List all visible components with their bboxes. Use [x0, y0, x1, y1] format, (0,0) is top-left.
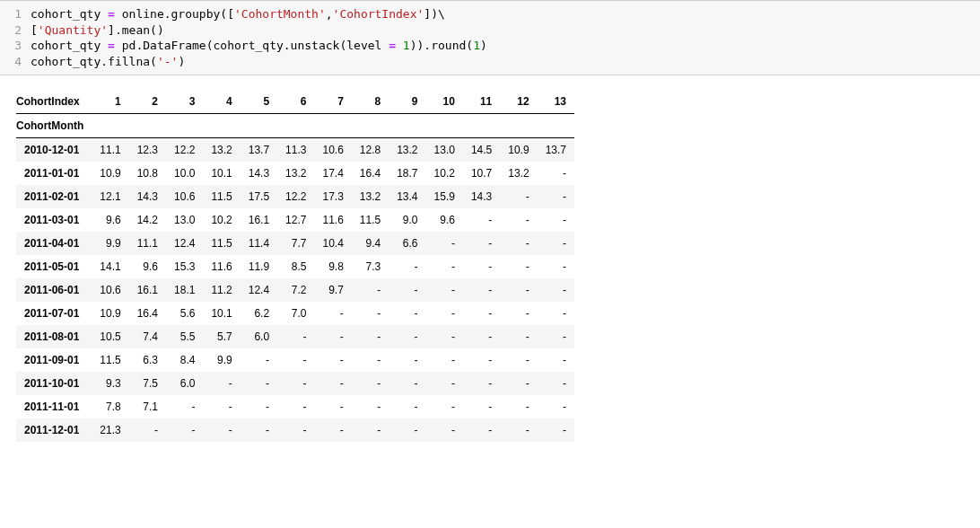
- table-cell: 7.0: [277, 302, 314, 325]
- table-cell: 11.5: [352, 208, 389, 232]
- table-cell: 16.4: [352, 162, 389, 185]
- table-cell: -: [241, 372, 277, 395]
- table-cell: -: [352, 372, 389, 395]
- table-cell: -: [166, 395, 203, 418]
- column-header: 4: [203, 90, 240, 114]
- column-header-row: CohortIndex 12345678910111213: [16, 90, 574, 114]
- column-header: 5: [241, 90, 277, 114]
- table-cell: -: [538, 278, 574, 302]
- table-cell: 9.4: [352, 232, 389, 255]
- table-row: 2011-07-0110.916.45.610.16.27.0-------: [16, 302, 574, 325]
- table-cell: 10.6: [166, 185, 203, 208]
- column-header-spacer: [352, 114, 389, 138]
- table-cell: 14.3: [463, 185, 500, 208]
- table-body: 2010-12-0111.112.312.213.213.711.310.612…: [16, 138, 574, 443]
- table-cell: 21.3: [92, 418, 128, 442]
- table-row: 2011-12-0121.3------------: [16, 418, 574, 442]
- column-header-spacer: [241, 114, 277, 138]
- table-cell: 11.2: [203, 278, 240, 302]
- table-cell: -: [426, 325, 463, 348]
- column-header-spacer: [538, 114, 574, 138]
- table-cell: 12.1: [92, 185, 128, 208]
- table-cell: -: [538, 185, 574, 208]
- row-label: 2011-01-01: [16, 162, 92, 185]
- table-cell: 13.4: [389, 185, 425, 208]
- table-cell: -: [352, 395, 389, 418]
- line-number: 2: [0, 22, 31, 39]
- table-cell: -: [314, 418, 351, 442]
- code-input-cell[interactable]: 1cohort_qty = online.groupby(['CohortMon…: [0, 0, 980, 75]
- row-label: 2011-12-01: [16, 418, 92, 442]
- table-cell: 8.5: [277, 255, 314, 278]
- line-number: 4: [0, 54, 31, 70]
- table-cell: -: [500, 348, 537, 372]
- output-area: CohortIndex 12345678910111213 CohortMont…: [0, 75, 980, 453]
- table-cell: -: [463, 372, 500, 395]
- table-cell: 5.5: [166, 325, 203, 348]
- line-number: 3: [0, 38, 31, 54]
- table-cell: 11.4: [241, 232, 277, 255]
- column-header: 13: [538, 90, 574, 114]
- table-cell: 5.7: [203, 325, 240, 348]
- table-cell: 9.9: [203, 348, 240, 372]
- table-cell: -: [463, 278, 500, 302]
- table-cell: -: [129, 418, 166, 442]
- table-cell: -: [538, 208, 574, 232]
- table-cell: 12.7: [277, 208, 314, 232]
- table-cell: -: [389, 348, 425, 372]
- table-cell: -: [463, 232, 500, 255]
- table-cell: -: [500, 185, 537, 208]
- table-cell: -: [538, 162, 574, 185]
- table-cell: -: [538, 302, 574, 325]
- table-cell: -: [500, 325, 537, 348]
- table-row: 2011-03-019.614.213.010.216.112.711.611.…: [16, 208, 574, 232]
- table-cell: 11.5: [92, 348, 128, 372]
- table-cell: -: [463, 255, 500, 278]
- table-cell: 10.9: [92, 162, 128, 185]
- table-cell: -: [500, 302, 537, 325]
- row-index-name: CohortMonth: [16, 114, 92, 138]
- table-cell: -: [352, 302, 389, 325]
- column-header: 6: [277, 90, 314, 114]
- table-cell: -: [389, 255, 425, 278]
- table-cell: 7.7: [277, 232, 314, 255]
- column-header: 11: [463, 90, 500, 114]
- table-cell: -: [389, 325, 425, 348]
- table-cell: 10.9: [500, 138, 537, 163]
- table-cell: -: [500, 255, 537, 278]
- table-cell: 10.2: [426, 162, 463, 185]
- table-cell: -: [426, 302, 463, 325]
- table-row: 2011-05-0114.19.615.311.611.98.59.87.3--…: [16, 255, 574, 278]
- table-cell: 9.6: [92, 208, 128, 232]
- table-cell: 13.2: [389, 138, 425, 163]
- table-cell: -: [538, 325, 574, 348]
- table-cell: 13.2: [203, 138, 240, 163]
- table-row: 2011-02-0112.114.310.611.517.512.217.313…: [16, 185, 574, 208]
- code-source: cohort_qty.fillna('-'): [31, 54, 185, 70]
- table-cell: 16.4: [129, 302, 166, 325]
- table-cell: 13.0: [166, 208, 203, 232]
- table-cell: 9.6: [426, 208, 463, 232]
- table-cell: 9.3: [92, 372, 128, 395]
- table-cell: -: [352, 348, 389, 372]
- table-cell: 11.1: [92, 138, 128, 163]
- table-cell: 10.0: [166, 162, 203, 185]
- column-header: 9: [389, 90, 425, 114]
- table-cell: 10.4: [314, 232, 351, 255]
- table-row: 2011-04-019.911.112.411.511.47.710.49.46…: [16, 232, 574, 255]
- table-cell: -: [426, 232, 463, 255]
- table-row: 2011-10-019.37.56.0----------: [16, 372, 574, 395]
- column-header: 8: [352, 90, 389, 114]
- table-cell: 10.5: [92, 325, 128, 348]
- table-cell: -: [538, 348, 574, 372]
- table-cell: 11.3: [277, 138, 314, 163]
- table-cell: -: [463, 418, 500, 442]
- table-cell: 14.3: [241, 162, 277, 185]
- table-cell: -: [277, 372, 314, 395]
- column-header-spacer: [129, 114, 166, 138]
- table-cell: 13.7: [241, 138, 277, 163]
- code-line: 1cohort_qty = online.groupby(['CohortMon…: [0, 6, 980, 22]
- table-cell: 14.3: [129, 185, 166, 208]
- column-header: 12: [500, 90, 537, 114]
- table-cell: 14.2: [129, 208, 166, 232]
